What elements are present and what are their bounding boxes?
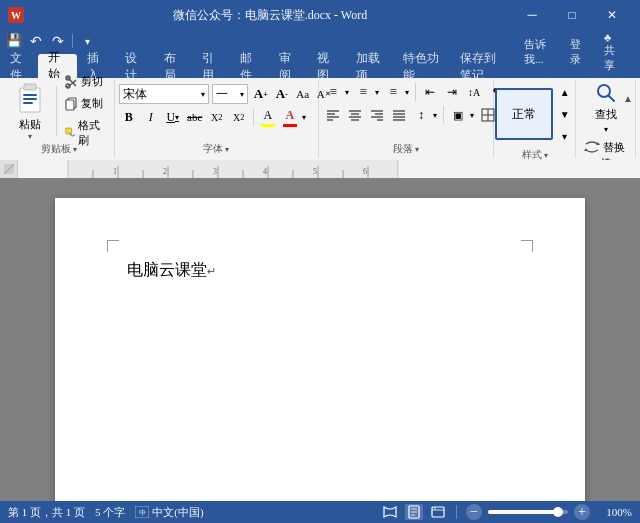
italic-button[interactable]: I: [141, 107, 161, 127]
bullets-dropdown-icon[interactable]: ▾: [345, 88, 349, 97]
tab-specialfunc[interactable]: 特色功能: [393, 56, 450, 78]
clipboard-expand-icon[interactable]: ▾: [73, 145, 77, 154]
justify-button[interactable]: [389, 105, 409, 125]
bullets-button[interactable]: ≡: [323, 82, 343, 102]
tab-references[interactable]: 引用: [192, 56, 230, 78]
read-mode-button[interactable]: [381, 504, 399, 520]
svg-text:1: 1: [113, 167, 117, 176]
multilevel-button[interactable]: ≡: [383, 82, 403, 102]
word-count[interactable]: 5 个字: [95, 505, 125, 520]
close-button[interactable]: ✕: [592, 5, 632, 25]
font-group: 宋体 ▾ 一 ▾ A+ A- Aa A✕ B I U▾ abc: [115, 80, 319, 158]
svg-rect-39: [68, 160, 398, 178]
document-area[interactable]: 电脑云课堂↵: [0, 178, 640, 501]
save-button[interactable]: 💾: [4, 32, 24, 50]
shading-dropdown-icon[interactable]: ▾: [470, 111, 474, 120]
replace-label: 替换: [603, 140, 625, 155]
paragraph-group: ≡ ▾ ≡ ▾ ≡ ▾ ⇤ ⇥ ↕A ¶: [319, 80, 494, 158]
minimize-button[interactable]: ─: [512, 5, 552, 25]
shading-button[interactable]: ▣: [448, 105, 468, 125]
align-center-button[interactable]: [345, 105, 365, 125]
increase-font-button[interactable]: A+: [251, 84, 271, 104]
paragraph-group-label: 段落: [393, 142, 413, 156]
decrease-indent-button[interactable]: ⇤: [420, 82, 440, 102]
print-layout-button[interactable]: [405, 504, 423, 520]
undo-button[interactable]: ↶: [26, 32, 46, 50]
style-normal-item[interactable]: 正常: [495, 88, 553, 140]
web-layout-button[interactable]: [429, 504, 447, 520]
font-color-button[interactable]: A: [280, 107, 300, 127]
tab-view[interactable]: 视图: [307, 56, 345, 78]
svg-line-11: [72, 135, 74, 137]
page-content[interactable]: 电脑云课堂↵: [127, 258, 513, 458]
highlight-button[interactable]: A: [258, 107, 278, 127]
zoom-out-button[interactable]: −: [466, 504, 482, 520]
zoom-in-button[interactable]: +: [574, 504, 590, 520]
line-spacing-dropdown-icon[interactable]: ▾: [433, 111, 437, 120]
copy-button[interactable]: 复制: [61, 94, 110, 113]
tab-design[interactable]: 设计: [115, 56, 153, 78]
line-spacing-button[interactable]: ↕: [411, 105, 431, 125]
tab-savenote[interactable]: 保存到笔记: [450, 56, 516, 78]
align-right-button[interactable]: [367, 105, 387, 125]
numbering-button[interactable]: ≡: [353, 82, 373, 102]
tab-layout[interactable]: 布局: [154, 56, 192, 78]
copy-label: 复制: [81, 96, 103, 111]
zoom-level-display[interactable]: 100%: [596, 506, 632, 518]
superscript-button[interactable]: X2: [229, 107, 249, 127]
strikethrough-button[interactable]: abc: [185, 107, 205, 127]
corner-mark-tr: [521, 240, 533, 252]
paste-button[interactable]: 粘贴 ▾: [8, 82, 52, 140]
increase-indent-button[interactable]: ⇥: [442, 82, 462, 102]
corner-mark-tl: [107, 240, 119, 252]
cut-button[interactable]: 剪切: [61, 72, 110, 91]
styles-more-button[interactable]: ▾: [555, 126, 575, 146]
multilevel-dropdown-icon[interactable]: ▾: [405, 88, 409, 97]
replace-button[interactable]: 替换: [584, 136, 628, 158]
tab-login[interactable]: 登录: [562, 35, 592, 69]
page-info[interactable]: 第 1 页，共 1 页: [8, 505, 85, 520]
clipboard-divider: [56, 86, 57, 136]
numbering-dropdown-icon[interactable]: ▾: [375, 88, 379, 97]
font-expand-icon[interactable]: ▾: [225, 145, 229, 154]
paragraph-expand-icon[interactable]: ▾: [415, 145, 419, 154]
styles-scroll-arrows: ▲ ▼ ▾: [555, 82, 575, 146]
svg-rect-66: [432, 507, 444, 517]
subscript-button[interactable]: X2: [207, 107, 227, 127]
tab-addins[interactable]: 加载项: [346, 56, 394, 78]
align-left-button[interactable]: [323, 105, 343, 125]
font-color-dropdown-icon[interactable]: ▾: [302, 113, 306, 122]
language-status: 中 中文(中国): [135, 505, 203, 520]
tab-share[interactable]: ♣ 共享: [596, 29, 632, 75]
font-name-selector[interactable]: 宋体 ▾: [119, 84, 209, 104]
font-size-selector[interactable]: 一 ▾: [212, 84, 248, 104]
zoom-slider-container[interactable]: [488, 510, 568, 514]
font-group-label: 字体: [203, 142, 223, 156]
status-right: − + 100%: [381, 504, 632, 520]
bold-button[interactable]: B: [119, 107, 139, 127]
tab-file[interactable]: 文件: [0, 56, 38, 78]
svg-text:中: 中: [139, 509, 146, 517]
status-left: 第 1 页，共 1 页 5 个字 中 中文(中国): [8, 505, 369, 520]
paste-dropdown-icon[interactable]: ▾: [28, 132, 32, 141]
maximize-button[interactable]: □: [552, 5, 592, 25]
qa-customize-button[interactable]: ▾: [77, 32, 97, 50]
tab-complain[interactable]: 告诉我...: [516, 35, 558, 69]
underline-button[interactable]: U▾: [163, 107, 183, 127]
clipboard-label: 剪贴板: [41, 142, 71, 156]
zoom-slider-thumb[interactable]: [553, 507, 563, 517]
collapse-ribbon-button[interactable]: ▲: [620, 90, 636, 106]
styles-scroll-down[interactable]: ▼: [555, 104, 575, 124]
svg-text:6: 6: [363, 167, 367, 176]
svg-rect-2: [23, 94, 37, 96]
decrease-font-button[interactable]: A-: [272, 84, 292, 104]
ruler-corner[interactable]: [0, 160, 18, 178]
styles-expand-icon[interactable]: ▾: [544, 151, 548, 160]
tab-mailings[interactable]: 邮件: [230, 56, 268, 78]
redo-button[interactable]: ↷: [48, 32, 68, 50]
clipboard-group: 粘贴 ▾ 剪切 复制 格式刷 剪贴板 ▾: [4, 80, 115, 158]
sort-button[interactable]: ↕A: [464, 82, 484, 102]
styles-scroll-up[interactable]: ▲: [555, 82, 575, 102]
tab-review[interactable]: 审阅: [269, 56, 307, 78]
change-case-button[interactable]: Aa: [293, 84, 313, 104]
